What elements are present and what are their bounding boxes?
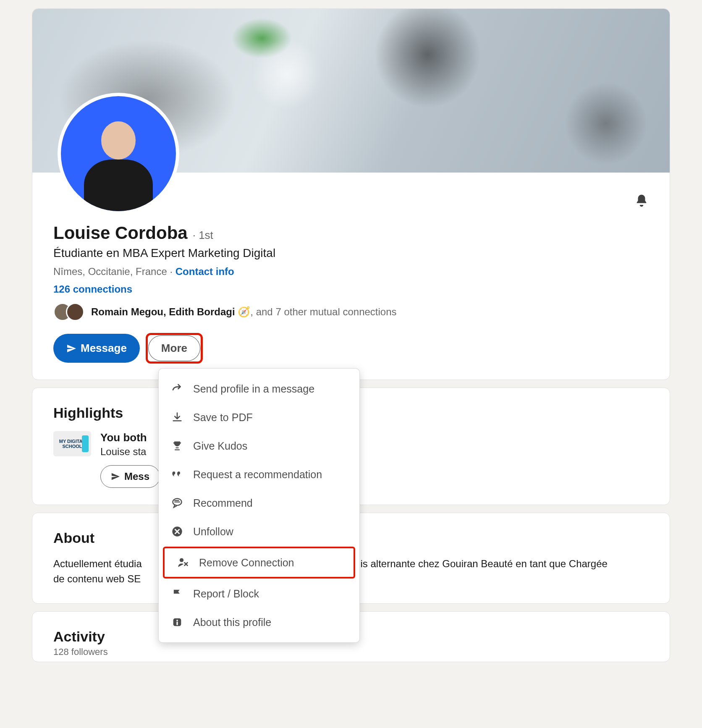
svg-point-2 (180, 558, 183, 562)
connections-link[interactable]: 126 connections (53, 283, 132, 295)
profile-location: Nîmes, Occitanie, France (53, 266, 167, 277)
trophy-icon (170, 439, 184, 453)
mutual-names: Romain Megou, Edith Bordagi (91, 306, 235, 317)
send-icon (111, 472, 120, 481)
dropdown-request-recommendation[interactable]: Request a recommendation (159, 460, 359, 489)
profile-headline: Étudiante en MBA Expert Marketing Digita… (53, 246, 649, 260)
dropdown-report-block[interactable]: Report / Block (159, 579, 359, 608)
dropdown-recommend[interactable]: Recommend (159, 489, 359, 517)
highlight-message-button[interactable]: Mess (100, 465, 160, 488)
dropdown-give-kudos[interactable]: Give Kudos (159, 432, 359, 460)
message-label: Message (81, 342, 127, 355)
dropdown-label: Request a recommendation (193, 469, 322, 481)
more-dropdown: Send profile in a message Save to PDF Gi… (158, 368, 360, 643)
dropdown-about-profile[interactable]: About this profile (159, 608, 359, 636)
avatar[interactable] (58, 93, 179, 215)
dropdown-save-pdf[interactable]: Save to PDF (159, 403, 359, 432)
profile-header-card: Louise Cordoba · 1st Étudiante en MBA Ex… (32, 8, 670, 380)
profile-name: Louise Cordoba (53, 223, 188, 243)
flag-icon (170, 587, 184, 600)
dropdown-remove-connection[interactable]: Remove Connection (163, 547, 355, 579)
dropdown-label: Send profile in a message (193, 383, 314, 395)
contact-info-link[interactable]: Contact info (176, 266, 234, 277)
speech-bubble-icon (170, 496, 184, 510)
dropdown-label: Report / Block (193, 588, 259, 600)
compass-icon: 🧭 (238, 306, 250, 317)
share-arrow-icon (170, 382, 184, 395)
highlight-message-label: Mess (124, 471, 149, 482)
svg-rect-5 (176, 622, 178, 625)
activity-followers: 128 followers (53, 647, 649, 657)
download-icon (170, 411, 184, 424)
svg-point-4 (176, 620, 178, 621)
send-icon (66, 343, 76, 354)
connection-degree: · 1st (193, 229, 213, 242)
x-circle-icon (170, 525, 184, 538)
info-icon (170, 615, 184, 629)
school-logo: MY DIGITAL SCHOOL (53, 431, 91, 456)
more-button-highlight: More (147, 334, 202, 363)
dropdown-label: Give Kudos (193, 440, 247, 452)
dropdown-label: Unfollow (193, 526, 233, 538)
dropdown-label: Remove Connection (199, 557, 294, 569)
dropdown-send-profile[interactable]: Send profile in a message (159, 374, 359, 403)
mutual-avatar (66, 303, 84, 321)
dropdown-label: Recommend (193, 497, 253, 509)
more-label: More (161, 342, 187, 355)
mutual-connections[interactable]: Romain Megou, Edith Bordagi 🧭, and 7 oth… (53, 303, 649, 321)
person-x-icon (176, 556, 190, 569)
dropdown-label: Save to PDF (193, 411, 253, 424)
dropdown-unfollow[interactable]: Unfollow (159, 517, 359, 546)
quote-icon (170, 468, 184, 481)
more-button[interactable]: More (148, 335, 200, 361)
message-button[interactable]: Message (53, 334, 140, 363)
dropdown-label: About this profile (193, 616, 271, 628)
notify-bell-icon[interactable] (634, 194, 649, 208)
mutual-rest: , and 7 other mutual connections (250, 306, 396, 317)
